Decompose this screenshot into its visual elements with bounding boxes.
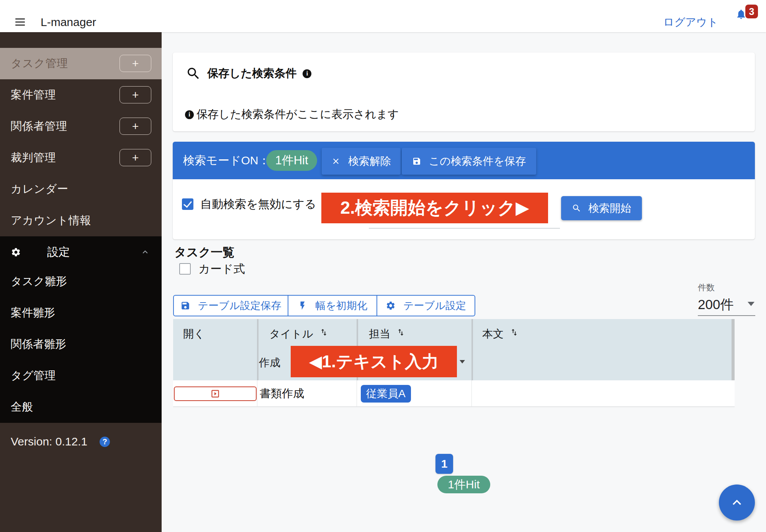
sub-item-label: 全般 [11, 399, 33, 415]
column-label: タイトル [269, 327, 313, 341]
step1-annotation: ◀1.テキスト入力 [291, 346, 457, 377]
scroll-to-top-button[interactable] [719, 485, 755, 521]
saved-search-title: 保存した検索条件 [207, 66, 296, 81]
settings-section: 設定 タスク雛形 案件雛形 関係者雛形 タグ管理 全般 [0, 236, 162, 423]
clear-search-label: 検索解除 [348, 154, 391, 169]
assignee-chip: 従業員A [361, 385, 411, 403]
saved-search-card: 保存した検索条件 i i 保存した検索条件がここに表示されます [173, 52, 755, 131]
open-task-button[interactable] [174, 386, 257, 401]
task-table: 開く タイトル 担当 本文 作成 ◀1.テキスト入力 [173, 319, 735, 407]
button-label: 幅を初期化 [315, 299, 367, 313]
save-icon [180, 301, 190, 311]
table-header: 開く タイトル 担当 本文 作成 ◀1.テキスト入力 [173, 319, 735, 380]
table-scrollbar[interactable] [732, 319, 735, 380]
auto-search-checkbox[interactable] [182, 198, 193, 210]
save-table-settings-button[interactable]: テーブル設定保存 [173, 295, 288, 316]
chevron-up-icon [140, 247, 150, 257]
hit-count-badge: 1件Hit [266, 150, 317, 171]
search-mode-bar: 検索モードON： 1件Hit 検索解除 この検索条件を保存 [173, 142, 755, 179]
card-view-checkbox[interactable] [179, 263, 191, 275]
column-label: 本文 [482, 327, 504, 341]
sidebar-item-calendar[interactable]: カレンダー [0, 174, 162, 205]
help-button[interactable]: ? [100, 437, 110, 447]
close-icon [331, 157, 340, 166]
column-header-open: 開く [173, 319, 257, 380]
column-label: 開く [183, 327, 205, 341]
column-header-body[interactable]: 本文 [471, 319, 733, 380]
sidebar-item-label: 関係者管理 [11, 119, 67, 134]
gear-icon [11, 247, 21, 257]
clear-search-button[interactable]: 検索解除 [322, 148, 401, 175]
chevron-down-icon[interactable] [460, 360, 465, 363]
app-window: L-manager ログアウト 3 タスク管理 + 案件管理 + 関係者管理 +… [0, 0, 766, 532]
count-value: 200件 [698, 296, 733, 314]
divider [369, 228, 560, 229]
save-search-label: この検索条件を保存 [429, 154, 526, 169]
hit-count-badge: 1件Hit [437, 476, 490, 493]
sub-item-label: 案件雛形 [11, 305, 55, 321]
search-mode-label: 検索モードON： [183, 153, 270, 169]
reset-width-button[interactable]: 幅を初期化 [288, 295, 377, 316]
add-task-button[interactable]: + [119, 55, 151, 72]
auto-search-label: 自動検索を無効にする [200, 196, 316, 212]
step2-annotation: 2.検索開始をクリック▶ [321, 193, 548, 223]
sub-item-label: タスク雛形 [11, 274, 67, 289]
version-text: Version: 0.12.1 [11, 435, 87, 448]
assignee-cell: 従業員A [357, 380, 471, 407]
logout-link[interactable]: ログアウト [663, 15, 718, 29]
add-party-button[interactable]: + [119, 118, 151, 135]
add-trial-button[interactable]: + [119, 149, 151, 166]
body-cell [471, 380, 733, 407]
table-settings-button[interactable]: テーブル設定 [377, 295, 475, 316]
sub-item-label: 関係者雛形 [11, 337, 66, 352]
task-title: 書類作成 [260, 386, 304, 401]
sort-icon[interactable] [396, 328, 405, 337]
sidebar: タスク管理 + 案件管理 + 関係者管理 + 裁判管理 + カレンダー アカウン… [0, 32, 162, 532]
sidebar-item-party-template[interactable]: 関係者雛形 [0, 329, 162, 360]
gear-icon [386, 301, 396, 311]
count-select[interactable]: 200件 [698, 295, 755, 316]
save-search-button[interactable]: この検索条件を保存 [402, 148, 536, 175]
open-cell [173, 380, 257, 407]
sidebar-item-label: 裁判管理 [11, 150, 56, 165]
saved-search-empty-message: 保存した検索条件がここに表示されます [196, 107, 399, 122]
sidebar-item-label: 案件管理 [11, 87, 56, 103]
sort-icon[interactable] [319, 328, 328, 337]
notifications-button[interactable]: 3 [735, 5, 760, 27]
slideshow-icon [210, 389, 220, 399]
search-start-button[interactable]: 検索開始 [561, 196, 642, 220]
search-icon [572, 203, 581, 213]
sidebar-item-label: アカウント情報 [11, 213, 91, 228]
top-toolbar: L-manager ログアウト 3 [0, 0, 766, 32]
search-mode-card: 検索モードON： 1件Hit 検索解除 この検索条件を保存 自動検索を無効にする… [173, 142, 755, 239]
title-filter-input[interactable]: 作成 [259, 355, 280, 370]
button-label: テーブル設定 [403, 299, 466, 313]
search-start-label: 検索開始 [588, 201, 631, 216]
bolt-icon [298, 301, 308, 311]
column-label: 担当 [369, 327, 390, 341]
app-title: L-manager [41, 16, 96, 29]
notification-badge: 3 [745, 5, 758, 18]
sort-icon[interactable] [510, 328, 519, 337]
settings-label: 設定 [47, 244, 70, 260]
sidebar-item-general[interactable]: 全般 [0, 391, 162, 423]
table-button-group: テーブル設定保存 幅を初期化 テーブル設定 [173, 295, 475, 316]
sidebar-item-tag-management[interactable]: タグ管理 [0, 360, 162, 391]
button-label: テーブル設定保存 [198, 299, 282, 313]
add-case-button[interactable]: + [119, 86, 151, 103]
sidebar-item-label: タスク管理 [11, 56, 68, 71]
page-1-button[interactable]: 1 [435, 454, 453, 474]
table-row: 書類作成 従業員A [173, 380, 735, 407]
info-icon: i [185, 110, 194, 119]
count-label: 件数 [698, 282, 715, 293]
sidebar-item-account-info[interactable]: アカウント情報 [0, 205, 162, 236]
sidebar-item-case-template[interactable]: 案件雛形 [0, 297, 162, 329]
sidebar-item-task-template[interactable]: タスク雛形 [0, 266, 162, 297]
menu-icon[interactable] [15, 18, 25, 26]
chevron-down-icon [748, 302, 755, 306]
title-cell: 書類作成 [257, 380, 357, 407]
sidebar-item-label: カレンダー [11, 182, 68, 197]
card-view-label: カード式 [198, 261, 245, 277]
sidebar-item-settings[interactable]: 設定 [0, 236, 162, 268]
save-icon [412, 157, 421, 166]
